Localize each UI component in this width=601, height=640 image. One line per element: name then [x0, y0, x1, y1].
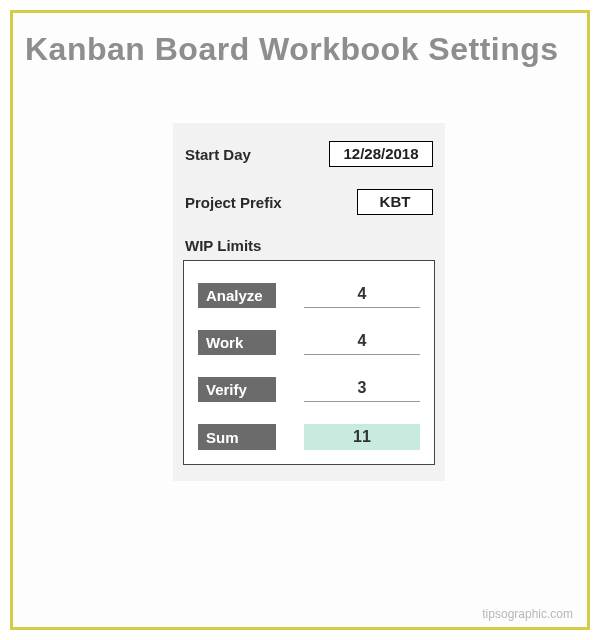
start-day-row: Start Day 12/28/2018: [185, 141, 433, 167]
wip-value-verify[interactable]: 3: [304, 377, 420, 402]
project-prefix-input[interactable]: KBT: [357, 189, 433, 215]
footer-credit: tipsographic.com: [482, 607, 573, 621]
project-prefix-row: Project Prefix KBT: [185, 189, 433, 215]
wip-row-verify: Verify 3: [198, 377, 420, 402]
wip-name-sum: Sum: [198, 424, 276, 450]
wip-value-sum: 11: [304, 424, 420, 450]
wip-name-work: Work: [198, 330, 276, 355]
start-day-input[interactable]: 12/28/2018: [329, 141, 433, 167]
wip-name-verify: Verify: [198, 377, 276, 402]
wip-limits-box: Analyze 4 Work 4 Verify 3 Sum 11: [183, 260, 435, 465]
wip-row-analyze: Analyze 4: [198, 283, 420, 308]
wip-row-work: Work 4: [198, 330, 420, 355]
wip-value-analyze[interactable]: 4: [304, 283, 420, 308]
wip-name-analyze: Analyze: [198, 283, 276, 308]
app-frame: Kanban Board Workbook Settings Start Day…: [10, 10, 590, 630]
project-prefix-label: Project Prefix: [185, 194, 282, 211]
wip-limits-label: WIP Limits: [185, 237, 433, 254]
wip-value-work[interactable]: 4: [304, 330, 420, 355]
settings-panel: Start Day 12/28/2018 Project Prefix KBT …: [173, 123, 445, 481]
page-title: Kanban Board Workbook Settings: [13, 13, 587, 68]
start-day-label: Start Day: [185, 146, 251, 163]
wip-row-sum: Sum 11: [198, 424, 420, 450]
